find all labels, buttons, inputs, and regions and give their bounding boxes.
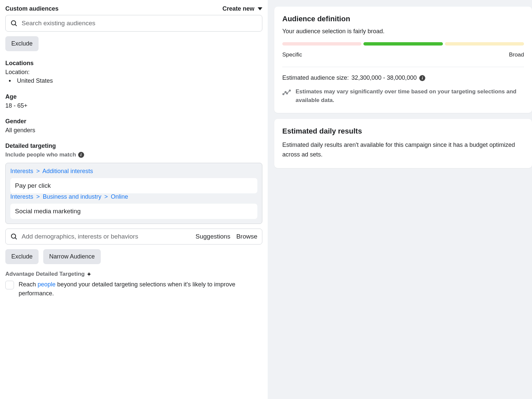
right-panel: Audience definition Your audience select… [268,0,532,399]
search-icon [10,233,18,240]
audience-meter [282,42,524,46]
broad-label: Broad [509,51,524,58]
advantage-label-text: Advantage Detailed Targeting [5,271,85,277]
estimated-size-value: 32,300,000 - 38,000,000 [351,74,417,81]
svg-point-4 [283,93,284,95]
age-value: 18 - 65+ [5,102,262,109]
svg-line-1 [15,25,17,26]
targeting-button-row: Exclude Narrow Audience [5,249,262,264]
svg-point-6 [286,93,288,94]
create-new-label: Create new [222,5,254,12]
bullet-icon [9,77,14,85]
info-icon[interactable]: i [78,152,84,158]
advantage-row: Advantage Detailed Targeting ✦ Reach peo… [5,271,262,298]
audience-search-box[interactable] [5,15,262,32]
custom-audiences-header: Custom audiences Create new [5,5,262,12]
crumb-separator: > [104,193,108,200]
advantage-text: Reach people beyond your detailed target… [19,280,262,298]
custom-audiences-label: Custom audiences [5,5,59,12]
chevron-down-icon [258,7,262,10]
add-targeting-box[interactable]: Suggestions Browse [5,229,262,245]
crumb-link[interactable]: Online [111,193,128,200]
narrow-audience-button[interactable]: Narrow Audience [43,249,101,264]
targeting-item[interactable]: Pay per click [10,178,257,193]
location-item: United States [5,77,262,85]
breadcrumb-0: Interests > Additional interests [10,168,257,175]
meter-segment-specific [282,42,361,46]
advantage-checkbox[interactable] [5,281,14,289]
crumb-separator: > [36,168,40,174]
gender-label: Gender [5,118,262,125]
estimate-note-row: Estimates may vary significantly over ti… [282,87,524,104]
advantage-checkbox-row: Reach people beyond your detailed target… [5,280,262,298]
browse-button[interactable]: Browse [236,233,257,240]
estimate-note-text: Estimates may vary significantly over ti… [296,87,524,104]
svg-point-0 [11,21,16,25]
targeting-item[interactable]: Social media marketing [10,204,257,219]
advantage-label: Advantage Detailed Targeting ✦ [5,271,262,277]
crumb-link[interactable]: Business and industry [43,193,101,200]
targeting-box: Interests > Additional interests Pay per… [5,163,262,224]
locations-group: Locations Location: United States [5,60,262,85]
include-people-label: Include people who match i [5,151,262,158]
audience-definition-title: Audience definition [282,15,524,23]
add-actions: Suggestions Browse [196,233,257,240]
age-group: Age 18 - 65+ [5,93,262,109]
svg-point-2 [11,234,16,238]
crumb-link[interactable]: Interests [10,168,33,174]
detailed-targeting-label: Detailed targeting [5,143,262,150]
exclude-targeting-button[interactable]: Exclude [5,249,39,264]
svg-point-7 [289,90,291,91]
location-value: United States [17,77,53,84]
daily-results-text: Estimated daily results aren't available… [282,140,524,159]
specific-label: Specific [282,51,302,58]
crumb-link[interactable]: Interests [10,193,33,200]
targeting-group-1: Interests > Business and industry > Onli… [10,193,257,219]
svg-point-5 [285,91,286,93]
card-divider [282,67,524,67]
breadcrumb-1: Interests > Business and industry > Onli… [10,193,257,200]
gender-group: Gender All genders [5,118,262,134]
audience-definition-subtitle: Your audience selection is fairly broad. [282,28,524,35]
svg-line-3 [15,238,17,240]
daily-results-card: Estimated daily results Estimated daily … [274,119,532,168]
location-sublabel: Location: [5,69,262,76]
exclude-button[interactable]: Exclude [5,36,39,51]
meter-segment-broad [445,42,524,46]
advantage-text-prefix: Reach [19,281,38,288]
sparkle-icon: ✦ [87,271,91,277]
audience-search-input[interactable] [22,20,257,27]
meter-labels: Specific Broad [282,51,524,58]
include-people-text: Include people who match [5,151,76,158]
locations-label: Locations [5,60,262,67]
targeting-group-0: Interests > Additional interests Pay per… [10,168,257,193]
estimated-size-label: Estimated audience size: [282,74,349,81]
crumb-link[interactable]: Additional interests [43,168,93,174]
daily-results-title: Estimated daily results [282,127,524,136]
audience-definition-card: Audience definition Your audience select… [274,7,532,113]
info-icon[interactable]: i [419,75,425,81]
gender-value: All genders [5,127,262,134]
create-new-dropdown[interactable]: Create new [222,5,262,12]
crumb-separator: > [36,193,40,200]
left-panel: Custom audiences Create new Exclude Loca… [0,0,268,399]
advantage-people-link[interactable]: people [38,281,56,288]
age-label: Age [5,93,262,100]
trend-icon [282,88,291,97]
add-targeting-input[interactable] [22,233,196,240]
estimated-size-row: Estimated audience size: 32,300,000 - 38… [282,74,524,81]
suggestions-button[interactable]: Suggestions [196,233,230,240]
detailed-targeting-group: Detailed targeting Include people who ma… [5,143,262,298]
meter-segment-selected [363,42,443,46]
search-icon [10,20,18,27]
